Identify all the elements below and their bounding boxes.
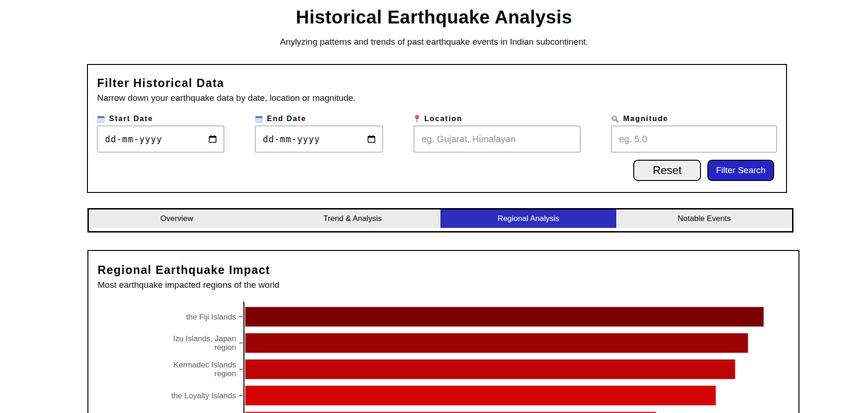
chart-bar bbox=[244, 411, 657, 413]
calendar-icon bbox=[255, 115, 263, 123]
regional-bar-chart: the Fiji IslandsIzu Islands, Japanregion… bbox=[98, 306, 789, 413]
location-label-text: Location bbox=[424, 115, 463, 123]
regional-impact-panel: Regional Earthquake Impact Most earthqua… bbox=[87, 250, 799, 413]
chart-bar bbox=[244, 385, 717, 406]
end-date-field: End Date dd-mm-yyyy bbox=[255, 114, 383, 152]
chart-row: the Loyalty Islands bbox=[98, 385, 789, 406]
reset-button[interactable]: Reset bbox=[633, 160, 701, 181]
start-date-label-text: Start Date bbox=[109, 115, 153, 123]
tab-overview[interactable]: Overview bbox=[89, 209, 265, 228]
chart-bar bbox=[244, 332, 749, 354]
earthquake-analysis-page: Historical Earthquake Analysis Anylyzing… bbox=[0, 0, 868, 413]
tab-regional-analysis[interactable]: Regional Analysis bbox=[440, 209, 616, 228]
end-date-label-text: End Date bbox=[267, 115, 306, 123]
chart-bar bbox=[244, 359, 736, 380]
chart-category-label: the Loyalty Islands bbox=[98, 391, 243, 400]
end-date-label: End Date bbox=[255, 114, 383, 123]
magnifier-icon bbox=[611, 115, 619, 123]
chart-row: Izu Islands, Japanregion bbox=[98, 332, 789, 354]
filter-heading: Filter Historical Data bbox=[97, 76, 777, 90]
magnitude-label: Magnitude bbox=[611, 114, 777, 123]
page-subtitle: Anylyzing patterns and trends of past ea… bbox=[0, 36, 868, 47]
filter-search-button[interactable]: Filter Search bbox=[707, 160, 774, 181]
start-date-value: dd-mm-yyyy bbox=[105, 134, 162, 144]
start-date-field: Start Date dd-mm-yyyy bbox=[97, 114, 224, 152]
filter-description: Narrow down your earthquake data by date… bbox=[97, 93, 777, 103]
location-input-box bbox=[414, 126, 580, 152]
location-label: Location bbox=[414, 114, 580, 123]
filter-buttons-row: Reset Filter Search bbox=[97, 160, 777, 181]
location-field: Location bbox=[414, 114, 580, 152]
regional-subtitle: Most earthquake impacted regions of the … bbox=[98, 279, 789, 290]
tab-trend-analysis[interactable]: Trend & Analysis bbox=[265, 209, 440, 228]
end-date-value: dd-mm-yyyy bbox=[263, 134, 320, 144]
start-date-label: Start Date bbox=[97, 114, 224, 123]
chart-category-label: Izu Islands, Japanregion bbox=[98, 334, 243, 352]
start-date-input[interactable]: dd-mm-yyyy bbox=[97, 126, 224, 152]
tabs-row: Overview Trend & Analysis Regional Analy… bbox=[89, 209, 792, 228]
tab-notable-events[interactable]: Notable Events bbox=[616, 209, 792, 228]
chart-y-axis-line bbox=[243, 302, 244, 413]
chart-row bbox=[98, 411, 789, 413]
magnitude-field: Magnitude bbox=[611, 114, 777, 152]
date-picker-icon[interactable] bbox=[208, 134, 217, 144]
pushpin-icon bbox=[414, 115, 420, 123]
magnitude-label-text: Magnitude bbox=[623, 115, 668, 123]
date-picker-icon[interactable] bbox=[367, 134, 376, 144]
chart-row: Kermadec Islandsregion bbox=[98, 359, 789, 380]
filter-fields-row: Start Date dd-mm-yyyy End Date dd-mm-yyy… bbox=[97, 114, 777, 152]
end-date-input[interactable]: dd-mm-yyyy bbox=[255, 126, 383, 152]
location-input[interactable] bbox=[422, 126, 573, 152]
chart-category-label: Kermadec Islandsregion bbox=[98, 361, 243, 378]
chart-row: the Fiji Islands bbox=[98, 306, 789, 327]
regional-heading: Regional Earthquake Impact bbox=[98, 263, 789, 277]
page-title: Historical Earthquake Analysis bbox=[0, 6, 868, 29]
magnitude-input-box bbox=[611, 126, 777, 152]
chart-bar bbox=[244, 306, 764, 327]
magnitude-input[interactable] bbox=[619, 126, 770, 152]
chart-category-label: the Fiji Islands bbox=[98, 313, 243, 321]
tabs-bar: Overview Trend & Analysis Regional Analy… bbox=[87, 208, 793, 233]
calendar-icon bbox=[97, 115, 105, 123]
filter-panel: Filter Historical Data Narrow down your … bbox=[87, 64, 787, 193]
